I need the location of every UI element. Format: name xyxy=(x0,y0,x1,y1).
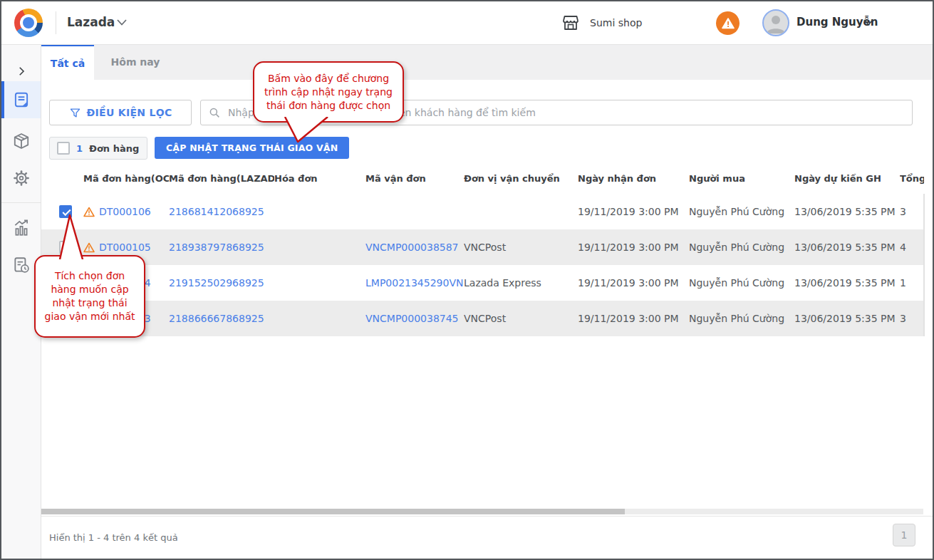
cell-expected: 13/06/2019 5:35 PM xyxy=(794,242,896,253)
column-header: Hóa đơn xyxy=(274,173,365,184)
main-panel: Tất cả Hôm nay ĐIỀU KIỆN LỌC 1 Đơn hàng … xyxy=(41,44,933,559)
cell-buyer: Nguyễn Phú Cường xyxy=(689,313,784,324)
cell-ocm[interactable]: DT000106 xyxy=(99,206,151,217)
cell-expected: 13/06/2019 5:35 PM xyxy=(794,206,896,217)
cell-carrier: VNCPost xyxy=(464,242,506,253)
table-row: DT00010621868141206892519/11/2019 3:00 P… xyxy=(41,194,924,229)
table-body: DT00010621868141206892519/11/2019 3:00 P… xyxy=(41,194,924,336)
cell-total: 4 xyxy=(900,242,906,253)
cell-received: 19/11/2019 3:00 PM xyxy=(578,313,679,324)
results-summary: Hiển thị 1 - 4 trên 4 kết quả xyxy=(49,532,178,543)
tab-today[interactable]: Hôm nay xyxy=(94,44,177,80)
sidebar-item-statistics[interactable] xyxy=(1,209,41,247)
store-icon xyxy=(561,14,580,31)
document-icon xyxy=(12,90,31,109)
column-header: Người mua xyxy=(689,173,794,184)
cell-tracking[interactable]: VNCMP000038587 xyxy=(365,242,459,253)
tooltip-select-text: Tích chọn đơn hàng muốn cập nhật trạng t… xyxy=(43,269,137,323)
tooltip-update-button: Bấm vào đây để chương trình cập nhật nga… xyxy=(253,61,404,123)
selected-count-label: Đơn hàng xyxy=(89,143,139,154)
cell-expected: 13/06/2019 5:35 PM xyxy=(794,313,896,324)
top-header: Lazada Sumi shop Dung Nguyễn xyxy=(1,1,933,45)
alert-badge[interactable] xyxy=(716,11,740,35)
footer: Hiển thị 1 - 4 trên 4 kết quả 1 xyxy=(41,516,933,559)
orders-table: Mã đơn hàng(OCM)Mã đơn hàng(LAZADA)Hóa đ… xyxy=(41,162,924,336)
column-header: Ngày nhận đơn xyxy=(578,173,689,184)
table-row: DT000103218866667868925VNCMP000038745VNC… xyxy=(41,301,924,336)
chevron-down-icon[interactable] xyxy=(117,19,127,26)
table-row: DT000104219152502968925LMP0021345290VNLa… xyxy=(41,265,924,301)
cell-received: 19/11/2019 3:00 PM xyxy=(578,242,679,253)
chevron-right-icon xyxy=(15,65,28,78)
cell-total: 3 xyxy=(900,206,906,217)
package-icon xyxy=(12,132,31,150)
cell-ocm[interactable]: DT000105 xyxy=(99,242,151,253)
sidebar-item-products[interactable] xyxy=(1,123,41,160)
shop-name: Sumi shop xyxy=(590,17,642,28)
cell-lazada[interactable]: 219152502968925 xyxy=(169,277,264,289)
selection-counter: 1 Đơn hàng xyxy=(49,137,147,160)
person-icon xyxy=(764,11,788,35)
channel-menu[interactable]: Lazada xyxy=(67,15,115,29)
warning-triangle-icon xyxy=(722,18,735,29)
cell-tracking[interactable]: VNCMP000038745 xyxy=(365,313,459,324)
sidebar-divider xyxy=(1,202,41,203)
table-right-scrollbar[interactable] xyxy=(923,194,925,336)
filter-button-label: ĐIỀU KIỆN LỌC xyxy=(87,107,172,118)
table-header-row: Mã đơn hàng(OCM)Mã đơn hàng(LAZADA)Hóa đ… xyxy=(41,162,924,194)
app-window: { "header": { "app_label": "Lazada", "sh… xyxy=(0,0,934,560)
table-row: DT000105218938797868925VNCMP000038587VNC… xyxy=(41,229,924,265)
column-header: Mã vận đơn xyxy=(365,173,464,184)
pagination-page-1[interactable]: 1 xyxy=(893,524,915,546)
cell-buyer: Nguyễn Phú Cường xyxy=(689,242,784,253)
tab-all[interactable]: Tất cả xyxy=(41,44,94,80)
search-icon xyxy=(208,106,221,119)
cell-carrier: VNCPost xyxy=(464,313,506,324)
gear-icon xyxy=(12,169,31,187)
cell-total: 3 xyxy=(900,313,906,324)
cell-lazada[interactable]: 218866667868925 xyxy=(169,313,264,324)
cell-total: 1 xyxy=(900,277,906,289)
user-avatar[interactable] xyxy=(762,9,789,36)
column-header: Mã đơn hàng(OCM) xyxy=(83,173,169,184)
horizontal-scrollbar[interactable] xyxy=(41,509,923,514)
tab-strip: Tất cả Hôm nay xyxy=(41,44,933,80)
horizontal-scrollbar-thumb[interactable] xyxy=(41,509,625,514)
cell-buyer: Nguyễn Phú Cường xyxy=(689,277,784,289)
tooltip-update-tail xyxy=(271,117,342,144)
cell-expected: 13/06/2019 5:35 PM xyxy=(794,277,896,289)
sidebar-item-orders[interactable] xyxy=(1,81,41,118)
select-all-checkbox[interactable] xyxy=(57,142,70,155)
cell-buyer: Nguyễn Phú Cường xyxy=(689,206,784,217)
cell-carrier: Lazada Express xyxy=(464,277,541,289)
selected-count: 1 xyxy=(76,143,83,154)
column-header: Tổng tiền xyxy=(900,173,924,184)
funnel-icon xyxy=(69,107,81,119)
bar-chart-icon xyxy=(12,219,31,237)
cell-received: 19/11/2019 3:00 PM xyxy=(578,206,679,217)
cell-lazada[interactable]: 218681412068925 xyxy=(169,206,264,217)
column-header: Mã đơn hàng(LAZADA) xyxy=(169,173,274,184)
header-divider xyxy=(56,11,56,34)
cell-received: 19/11/2019 3:00 PM xyxy=(578,277,679,289)
column-header: Đơn vị vận chuyển xyxy=(464,173,578,184)
tooltip-select-order: Tích chọn đơn hàng muốn cập nhật trạng t… xyxy=(34,255,145,338)
chevron-down-icon[interactable] xyxy=(863,19,873,26)
cell-lazada[interactable]: 218938797868925 xyxy=(169,242,264,253)
tooltip-select-tail xyxy=(38,214,88,259)
report-clock-icon xyxy=(12,256,31,274)
filter-button[interactable]: ĐIỀU KIỆN LỌC xyxy=(49,100,192,125)
sidebar-item-settings[interactable] xyxy=(1,160,41,197)
cell-tracking[interactable]: LMP0021345290VN xyxy=(365,277,463,289)
tooltip-update-text: Bấm vào đây để chương trình cập nhật nga… xyxy=(261,72,395,113)
app-logo-icon xyxy=(14,9,43,37)
column-header: Ngày dự kiến GH xyxy=(794,173,900,184)
